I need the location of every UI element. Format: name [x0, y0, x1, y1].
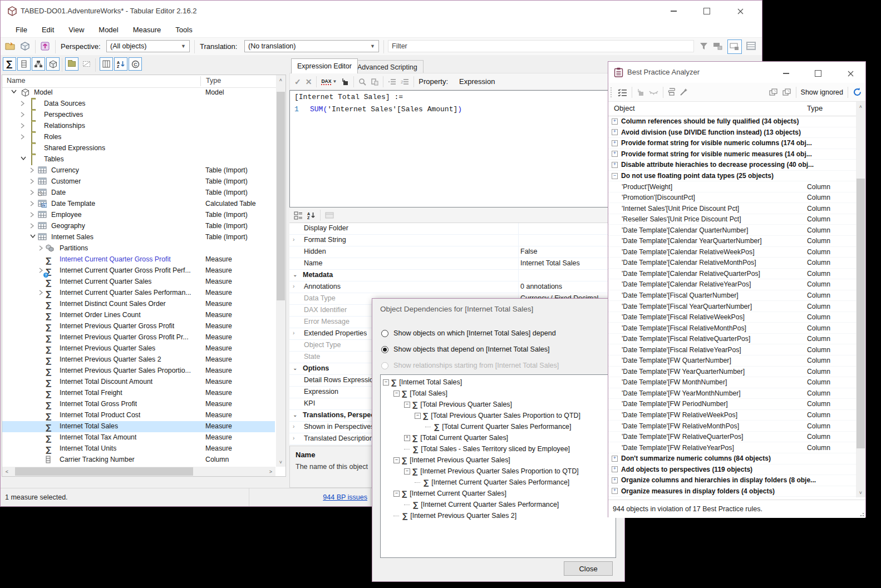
dax-formatter-button[interactable]: DAX ▼: [321, 78, 337, 85]
expand-box-icon[interactable]: +: [612, 466, 618, 472]
tree-item-label[interactable]: Date: [51, 189, 66, 196]
tree-header[interactable]: Name Type: [2, 75, 286, 88]
uncomment-lines-icon[interactable]: 2: [401, 78, 409, 85]
tree-item-label[interactable]: Internet Order Lines Count: [60, 311, 141, 319]
open-file-icon[interactable]: [5, 41, 16, 51]
tree-row[interactable]: ∑Internet Previous Quarter Sales Proport…: [2, 365, 275, 377]
sort-alphabetical-icon[interactable]: AZ: [307, 211, 316, 220]
chevron-right-icon[interactable]: [21, 123, 24, 129]
tree-item-label[interactable]: Tables: [44, 155, 64, 163]
tree-row[interactable]: Carrier Tracking NumberColumn: [2, 454, 275, 465]
replace-icon[interactable]: [371, 78, 378, 86]
bpa-object-row[interactable]: 'Date Template'[FW RelativeQuarterPos]Co…: [608, 432, 856, 443]
tree-row[interactable]: ∑Internet Current Quarter Gross ProfitMe…: [2, 254, 275, 265]
expand-box-icon[interactable]: +: [612, 118, 618, 125]
bpa-maximize-button[interactable]: [809, 67, 828, 80]
chevron-right-icon[interactable]: [30, 179, 34, 184]
tree-row[interactable]: CustomerTable (Import): [2, 176, 275, 187]
show-hierarchies-icon[interactable]: [32, 57, 45, 71]
tree-row[interactable]: ∑Internet Total SalesMeasure: [2, 421, 275, 432]
scroll-up-icon[interactable]: ˄: [856, 102, 865, 111]
show-folders-icon[interactable]: [65, 57, 78, 71]
bpa-list-header[interactable]: Object Type: [608, 102, 865, 116]
comment-lines-icon[interactable]: [388, 78, 396, 85]
dependency-node[interactable]: −∑[Internet Total Sales]: [381, 377, 616, 388]
tree-item-label[interactable]: Carrier Tracking Number: [60, 456, 135, 463]
dependency-node[interactable]: ∑[Total Current Quarter Sales Performanc…: [381, 421, 616, 432]
tree-item-label[interactable]: Internet Total Freight: [60, 389, 122, 397]
tree-row[interactable]: ∑Internet Previous Quarter Gross ProfitM…: [2, 321, 275, 332]
scroll-left-icon[interactable]: ˂: [2, 467, 12, 476]
list-view-icon[interactable]: [746, 42, 756, 50]
expand-box-icon[interactable]: +: [612, 456, 618, 462]
hide-folders-icon[interactable]: [80, 57, 93, 71]
bpa-rule-row[interactable]: +Avoid division (use DIVIDE function ins…: [608, 127, 856, 139]
minimize-button[interactable]: [664, 5, 683, 17]
chevron-right-icon[interactable]: [30, 167, 34, 173]
chevron-down-icon[interactable]: ⌄: [293, 271, 297, 278]
chevron-down-icon[interactable]: ⌄: [293, 365, 297, 371]
bpa-minimize-button[interactable]: [776, 67, 795, 80]
bpa-vscroll-thumb[interactable]: [857, 179, 865, 448]
chevron-right-icon[interactable]: ›: [293, 236, 294, 243]
tree-row[interactable]: EmployeeTable (Import): [2, 210, 275, 221]
tree-row[interactable]: ∑Internet Current Quarter Sales Performa…: [2, 288, 275, 299]
display-folder-c-icon[interactable]: C: [129, 57, 142, 71]
radio-depends-on[interactable]: Show objects on which [Internet Total Sa…: [381, 328, 556, 339]
tree-item-label[interactable]: Internet Current Quarter Gross Profit: [60, 255, 171, 263]
chevron-right-icon[interactable]: [30, 223, 34, 229]
dependency-node[interactable]: −∑[Internet Previous Quarter Sales Propo…: [381, 466, 616, 477]
bpa-object-row[interactable]: 'Date Template'[FW RelativeMonthPos]Colu…: [608, 421, 856, 432]
property-value[interactable]: Internet Total Sales: [520, 259, 580, 267]
tree-row[interactable]: Data Sources: [2, 98, 275, 110]
tree-row[interactable]: ∑Internet Total Discount AmountMeasure: [2, 377, 275, 388]
tree-row[interactable]: ∑Internet Distinct Count Sales OrderMeas…: [2, 299, 275, 310]
bpa-object-row[interactable]: 'Date Template'[FW MonthNumber]Column: [608, 377, 856, 388]
tree-item-label[interactable]: Internet Total Sales: [60, 422, 118, 430]
dependency-node[interactable]: −∑[Total Sales]: [381, 388, 616, 399]
format-dax-icon[interactable]: [341, 78, 349, 86]
tree-row[interactable]: ∑Internet Total Product CostMeasure: [2, 410, 275, 421]
tree-item-label[interactable]: Internet Total Discount Amount: [60, 378, 152, 386]
tree-item-label[interactable]: Internet Previous Quarter Sales 2: [60, 355, 161, 363]
collapse-box-icon[interactable]: −: [415, 413, 421, 419]
chevron-right-icon[interactable]: ›: [293, 435, 294, 441]
expand-box-icon[interactable]: +: [612, 140, 618, 146]
bpa-rule-row[interactable]: +Column references should be fully quali…: [608, 116, 856, 127]
tree-item-label[interactable]: Internet Previous Quarter Gross Profit: [60, 322, 174, 330]
tree-item-label[interactable]: Roles: [44, 133, 61, 141]
generate-script-icon[interactable]: [668, 88, 675, 96]
bpa-object-row[interactable]: 'Date Template'[Calendar RelativeYearPos…: [608, 279, 856, 290]
collapse-box-icon[interactable]: −: [393, 391, 400, 397]
chevron-down-icon[interactable]: ⌄: [293, 412, 297, 418]
bpa-rule-row[interactable]: +Add objects to perspectives (119 object…: [608, 465, 856, 476]
bpa-object-row[interactable]: 'Date Template'[Calendar YearQuarterNumb…: [608, 236, 856, 247]
tree-item-label[interactable]: Internet Total Tax Amount: [60, 433, 136, 441]
menu-item-edit[interactable]: Edit: [35, 22, 61, 37]
bpa-column-type[interactable]: Type: [807, 104, 823, 112]
title-bar[interactable]: TABED-DO01.AdventureWorks* - Tabular Edi…: [1, 1, 762, 22]
show-columns-icon[interactable]: [17, 57, 31, 71]
dependency-node[interactable]: ∑[Internet Current Quarter Sales Perform…: [381, 499, 616, 510]
chevron-right-icon[interactable]: [30, 190, 34, 195]
tree-item-label[interactable]: Internet Current Quarter Sales Performan…: [60, 289, 191, 297]
chevron-down-icon[interactable]: [21, 156, 26, 161]
show-ignored-button[interactable]: Show ignored: [801, 88, 843, 96]
tab-expression-editor[interactable]: Expression Editor: [291, 58, 358, 73]
tree-item-label[interactable]: Shared Expressions: [44, 144, 105, 152]
tree-row[interactable]: Shared Expressions: [2, 143, 275, 154]
bpa-object-row[interactable]: 'Date Template'[Fiscal RelativeWeekPos]C…: [608, 312, 856, 323]
expand-box-icon[interactable]: +: [612, 488, 618, 494]
tree-row[interactable]: Internet SalesTable (Import): [2, 232, 275, 243]
toolbar-grip[interactable]: [611, 87, 613, 97]
dependency-node[interactable]: ∑[Internet Previous Quarter Sales 2]: [381, 510, 616, 521]
tree-item-label[interactable]: Customer: [51, 177, 81, 185]
tree-item-label[interactable]: Internet Total Units: [60, 444, 116, 452]
refresh-model-icon[interactable]: [19, 41, 31, 51]
resize-grip[interactable]: [858, 511, 864, 516]
tree-row[interactable]: ∑Internet Current Quarter SalesMeasure: [2, 276, 275, 288]
tree-row[interactable]: ∑Internet Total Tax AmountMeasure: [2, 432, 275, 443]
scroll-down-icon[interactable]: ˅: [856, 488, 865, 497]
tree-item-label[interactable]: Currency: [51, 166, 79, 174]
show-measures-icon[interactable]: ∑: [3, 57, 16, 71]
